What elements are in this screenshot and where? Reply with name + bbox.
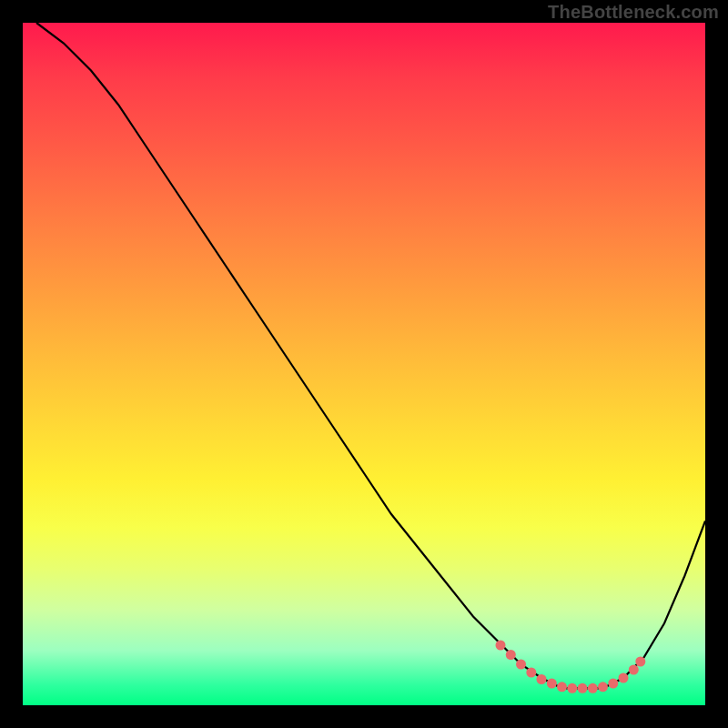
marker-dot (598, 682, 608, 692)
optimal-range-markers (496, 641, 646, 693)
chart-container: TheBottleneck.com (0, 0, 728, 728)
marker-dot (557, 682, 567, 692)
attribution-label: TheBottleneck.com (548, 2, 719, 23)
marker-dot (537, 674, 547, 684)
chart-svg (23, 23, 705, 705)
marker-dot (496, 641, 506, 651)
marker-dot (567, 683, 577, 693)
marker-dot (588, 683, 598, 693)
marker-dot (506, 650, 516, 660)
plot-area (23, 23, 705, 705)
marker-dot (619, 673, 629, 683)
marker-dot (547, 679, 557, 689)
marker-dot (629, 665, 639, 675)
marker-dot (578, 683, 588, 693)
bottleneck-curve (36, 23, 705, 688)
marker-dot (526, 668, 536, 678)
marker-dot (608, 679, 618, 689)
marker-dot (516, 660, 526, 670)
marker-dot (635, 657, 645, 667)
